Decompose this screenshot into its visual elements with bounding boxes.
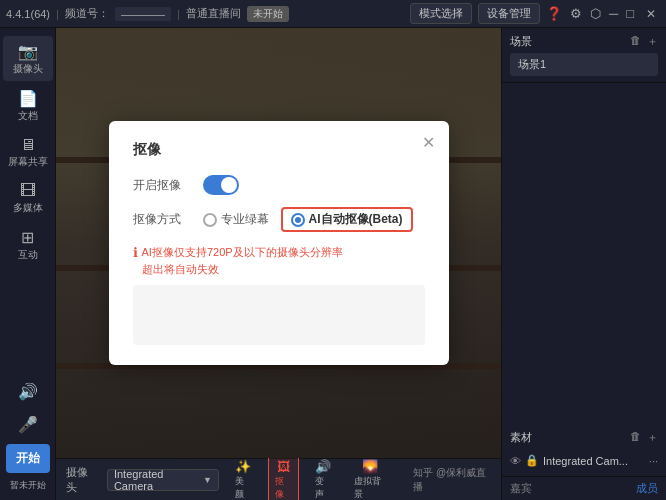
- radio-inner-ai: [295, 217, 301, 223]
- camera-select-value: Integrated Camera: [114, 468, 199, 492]
- bottom-toolbar: 摄像头 Integrated Camera ▼ ✨ 美颜 🖼 抠像 🔊 变声 🌄…: [56, 458, 501, 500]
- channel-label: 频道号：: [65, 6, 109, 21]
- audio-icon: 🔊: [315, 459, 331, 474]
- radio-label-ai: AI自动抠像(Beta): [309, 211, 403, 228]
- warning-line2: 超出将自动失效: [142, 261, 343, 278]
- modal-mode-row: 抠像方式 专业绿幕 AI自动抠像(Beta): [133, 207, 425, 232]
- device-manage-button[interactable]: 设备管理: [478, 3, 540, 24]
- modal-content-area: [133, 285, 425, 345]
- modal-enable-row: 开启抠像: [133, 175, 425, 195]
- material-add-icon[interactable]: ＋: [647, 430, 658, 445]
- material-delete-icon[interactable]: 🗑: [630, 430, 641, 445]
- stream-label: 普通直播间: [186, 6, 241, 21]
- channel-value: ————: [115, 7, 171, 21]
- screen-share-icon: 🖥: [20, 136, 36, 154]
- sidebar-label-document: 文档: [18, 110, 38, 122]
- material-header: 素材 🗑 ＋: [510, 430, 658, 445]
- modal-overlay: 抠像 ✕ 开启抠像 抠像方式: [56, 28, 501, 458]
- members-button[interactable]: 成员: [636, 481, 658, 496]
- material-item-1: 👁 🔒 Integrated Cam... ···: [510, 451, 658, 470]
- sidebar-item-camera[interactable]: 📷 摄像头: [3, 36, 53, 81]
- material-header-icons: 🗑 ＋: [630, 430, 658, 445]
- toggle-knob: [221, 177, 237, 193]
- watermark: 知乎 @保利威直播: [413, 466, 491, 494]
- mode-label: 抠像方式: [133, 211, 193, 228]
- sidebar-item-screen-share[interactable]: 🖥 屏幕共享: [3, 130, 53, 174]
- sidebar-bottom: 🔊 🎤 开始 暂未开始: [6, 378, 50, 500]
- interaction-icon: ⊞: [21, 228, 34, 247]
- material-item-name: Integrated Cam...: [543, 455, 645, 467]
- camera-select-arrow: ▼: [203, 475, 212, 485]
- scene-item-1[interactable]: 场景1: [510, 53, 658, 76]
- camera-select[interactable]: Integrated Camera ▼: [107, 469, 219, 491]
- sidebar-item-interaction[interactable]: ⊞ 互动: [3, 222, 53, 267]
- material-section: 素材 🗑 ＋ 👁 🔒 Integrated Cam... ···: [502, 424, 666, 476]
- maximize-icon[interactable]: □: [626, 6, 634, 21]
- sidebar-label-interaction: 互动: [18, 249, 38, 261]
- center-panel: 抠像 ✕ 开启抠像 抠像方式: [56, 28, 501, 500]
- sidebar-item-document[interactable]: 📄 文档: [3, 83, 53, 128]
- zhihu-text: 知乎 @保利威直播: [413, 466, 491, 494]
- virtual-bg-label: 虚拟背景: [354, 475, 388, 501]
- audio-label: 变声: [315, 475, 332, 501]
- audio-change-button[interactable]: 🔊 变声: [309, 456, 338, 501]
- mode-select-button[interactable]: 模式选择: [410, 3, 472, 24]
- sidebar-label-media: 多媒体: [13, 202, 43, 214]
- scene-header: 场景 🗑 ＋: [510, 34, 658, 49]
- warning-icon: ℹ: [133, 245, 138, 260]
- warning-line1: AI抠像仅支持720P及以下的摄像头分辨率: [142, 244, 343, 261]
- question-icon[interactable]: ❓: [546, 6, 562, 21]
- enable-label: 开启抠像: [133, 177, 193, 194]
- beauty-button[interactable]: ✨ 美颜: [229, 456, 258, 501]
- minimize-icon[interactable]: ─: [609, 6, 618, 21]
- camera-icon: 📷: [18, 42, 38, 61]
- enable-toggle[interactable]: [203, 175, 239, 195]
- top-bar: 4.4.1(64) | 频道号： ———— | 普通直播间 未开始 模式选择 设…: [0, 0, 666, 28]
- modal-title: 抠像: [133, 141, 425, 159]
- modal-warning: ℹ AI抠像仅支持720P及以下的摄像头分辨率 超出将自动失效: [133, 244, 425, 277]
- modal-close-button[interactable]: ✕: [422, 133, 435, 152]
- warning-text-container: AI抠像仅支持720P及以下的摄像头分辨率 超出将自动失效: [142, 244, 343, 277]
- start-button[interactable]: 开始: [6, 444, 50, 473]
- radio-circle-professional: [203, 213, 217, 227]
- material-more-icon[interactable]: ···: [649, 455, 658, 467]
- camera-toolbar-label: 摄像头: [66, 465, 97, 495]
- capture-label: 抠像: [275, 475, 292, 501]
- close-icon[interactable]: ✕: [642, 7, 660, 21]
- right-panel: 场景 🗑 ＋ 场景1 素材 🗑 ＋ 👁 🔒: [501, 28, 666, 500]
- sidebar-label-screen: 屏幕共享: [8, 156, 48, 168]
- material-lock-icon[interactable]: 🔒: [525, 454, 539, 467]
- sidebar-item-media[interactable]: 🎞 多媒体: [3, 176, 53, 220]
- sidebar-label-camera: 摄像头: [13, 63, 43, 75]
- version-label: 4.4.1(64): [6, 8, 50, 20]
- preview-area: 抠像 ✕ 开启抠像 抠像方式: [56, 28, 501, 458]
- capture-icon: 🖼: [277, 459, 290, 474]
- scene-section: 场景 🗑 ＋ 场景1: [502, 28, 666, 83]
- beauty-label: 美颜: [235, 475, 252, 501]
- material-eye-icon[interactable]: 👁: [510, 455, 521, 467]
- stream-status: 未开始: [247, 6, 289, 22]
- radio-group: 专业绿幕 AI自动抠像(Beta): [203, 207, 413, 232]
- settings-icon[interactable]: ⚙: [570, 6, 582, 21]
- scene-delete-icon[interactable]: 🗑: [630, 34, 641, 49]
- scene-item-1-label: 场景1: [518, 58, 546, 70]
- mic-icon[interactable]: 🎤: [14, 411, 42, 438]
- top-bar-icons: ❓ ⚙ ⬡ ─ □ ✕: [546, 6, 660, 21]
- material-title: 素材: [510, 430, 532, 445]
- members-label: 嘉宾: [510, 481, 532, 496]
- scene-icons: 🗑 ＋: [630, 34, 658, 49]
- virtual-bg-button[interactable]: 🌄 虚拟背景: [348, 456, 394, 501]
- radio-circle-ai: [291, 213, 305, 227]
- not-started-label: 暂未开始: [10, 479, 46, 492]
- external-link-icon[interactable]: ⬡: [590, 6, 601, 21]
- scene-add-icon[interactable]: ＋: [647, 34, 658, 49]
- media-icon: 🎞: [20, 182, 36, 200]
- capture-button[interactable]: 🖼 抠像: [268, 455, 299, 501]
- volume-icon[interactable]: 🔊: [14, 378, 42, 405]
- radio-ai[interactable]: AI自动抠像(Beta): [281, 207, 413, 232]
- sidebar: 📷 摄像头 📄 文档 🖥 屏幕共享 🎞 多媒体 ⊞ 互动 🔊 🎤 开始 暂未开始: [0, 28, 56, 500]
- beauty-icon: ✨: [235, 459, 251, 474]
- document-icon: 📄: [18, 89, 38, 108]
- virtual-bg-icon: 🌄: [362, 459, 378, 474]
- radio-professional[interactable]: 专业绿幕: [203, 211, 269, 228]
